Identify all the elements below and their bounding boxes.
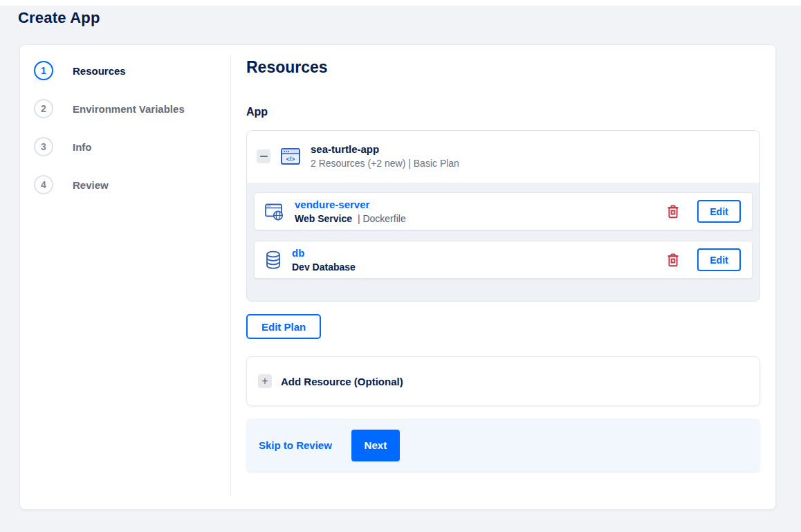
top-strip [0,0,801,6]
step-number: 2 [41,103,46,114]
trash-icon [667,253,679,267]
step-circle: 3 [34,137,53,156]
plus-icon: + [258,374,272,388]
edit-plan-button[interactable]: Edit Plan [246,314,321,339]
page-title: Create App [18,9,801,27]
resource-name-link[interactable]: db [292,247,304,259]
app-name: sea-turtle-app [311,143,459,155]
app-card-body: vendure-server Web Service | Dockerfile [247,183,759,301]
database-icon [264,250,282,270]
resources-step-content: Resources App </> sea-turtle-app [231,45,775,509]
edit-resource-button[interactable]: Edit [697,200,741,223]
steps-sidebar: 1 Resources 2 Environment Variables 3 In… [20,45,231,509]
resource-type: Web Service [295,213,352,224]
resource-row-db: db Dev Database [254,241,753,279]
add-resource-label: Add Resource (Optional) [281,376,403,387]
app-summary: 2 Resources (+2 new) | Basic Plan [311,158,459,169]
step-label: Info [73,141,92,153]
step-circle: 4 [34,175,53,194]
step-circle: 1 [34,61,53,80]
app-card-header: </> sea-turtle-app 2 Resources (+2 new) … [247,131,759,183]
step-number: 4 [41,179,46,190]
resource-subtitle: Web Service | Dockerfile [295,213,665,224]
resource-text: db Dev Database [292,247,665,273]
step-item-resources[interactable]: 1 Resources [34,61,231,80]
next-button[interactable]: Next [351,430,400,461]
wizard-card: 1 Resources 2 Environment Variables 3 In… [19,44,776,510]
content-heading: Resources [246,58,760,77]
resource-row-vendure-server: vendure-server Web Service | Dockerfile [254,192,753,230]
minus-icon [260,156,268,157]
delete-resource-button[interactable] [665,252,681,268]
app-head-text: sea-turtle-app 2 Resources (+2 new) | Ba… [311,143,459,169]
collapse-app-button[interactable] [257,149,270,163]
step-number: 1 [41,65,46,76]
app-card: </> sea-turtle-app 2 Resources (+2 new) … [246,130,760,302]
page-header: Create App [0,6,801,27]
resource-text: vendure-server Web Service | Dockerfile [295,199,665,224]
add-resource-button[interactable]: + Add Resource (Optional) [246,356,760,406]
resource-detail: | Dockerfile [358,213,406,224]
resource-name-link[interactable]: vendure-server [295,199,369,210]
step-item-environment-variables[interactable]: 2 Environment Variables [34,99,231,118]
skip-to-review-link[interactable]: Skip to Review [259,439,332,451]
step-circle: 2 [34,99,53,118]
svg-text:</>: </> [286,155,295,162]
wizard-footer-bar: Skip to Review Next [246,419,760,472]
delete-resource-button[interactable] [665,203,681,220]
step-item-review[interactable]: 4 Review [34,175,231,194]
trash-icon [667,205,679,219]
step-label: Resources [73,65,126,77]
edit-resource-button[interactable]: Edit [697,248,741,271]
app-section-label: App [246,106,760,118]
step-label: Environment Variables [73,103,185,115]
step-number: 3 [41,141,46,152]
step-item-info[interactable]: 3 Info [34,137,231,156]
resource-type: Dev Database [292,262,356,273]
resource-subtitle: Dev Database [292,262,665,273]
app-icon: </> [280,146,301,167]
web-service-icon [264,201,285,222]
step-label: Review [73,179,109,191]
